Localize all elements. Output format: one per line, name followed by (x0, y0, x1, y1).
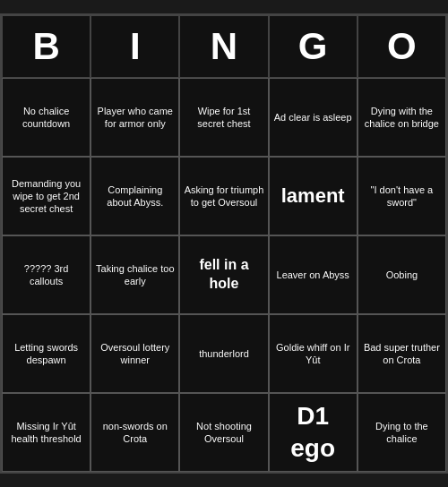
bingo-cell-16[interactable]: Oversoul lottery winner (90, 314, 179, 393)
bingo-cell-19[interactable]: Bad super truther on Crota (358, 314, 446, 393)
bingo-cell-18[interactable]: Goldie whiff on Ir Yût (269, 314, 358, 393)
bingo-cell-10[interactable]: ????? 3rd callouts (2, 235, 90, 314)
bingo-cell-6[interactable]: Complaining about Abyss. (90, 157, 179, 235)
letter-b: B (2, 15, 90, 78)
bingo-cell-13[interactable]: Leaver on Abyss (269, 235, 358, 314)
bingo-cell-3[interactable]: Ad clear is asleep (269, 78, 358, 157)
bingo-cell-21[interactable]: non-swords on Crota (90, 393, 179, 472)
bingo-cell-23[interactable]: D1 ego (269, 393, 358, 472)
bingo-cell-8[interactable]: lament (269, 157, 358, 235)
bingo-cell-17[interactable]: thunderlord (179, 314, 268, 393)
bingo-cell-2[interactable]: Wipe for 1st secret chest (179, 78, 268, 157)
bingo-cell-7[interactable]: Asking for triumph to get Oversoul (179, 157, 268, 235)
bingo-cell-20[interactable]: Missing Ir Yût health threshold (2, 393, 90, 472)
bingo-card: B I N G O No chalice countdownPlayer who… (0, 13, 448, 474)
letter-g: G (269, 15, 358, 78)
bingo-cell-22[interactable]: Not shooting Oversoul (179, 393, 268, 472)
bingo-cell-12[interactable]: fell in a hole (179, 235, 268, 314)
bingo-cell-4[interactable]: Dying with the chalice on bridge (358, 78, 446, 157)
letter-o: O (358, 15, 446, 78)
bingo-header: B I N G O (2, 15, 446, 78)
bingo-cell-24[interactable]: Dying to the chalice (358, 393, 446, 472)
bingo-cell-9[interactable]: "I don't have a sword" (358, 157, 446, 235)
bingo-cell-11[interactable]: Taking chalice too early (90, 235, 179, 314)
bingo-cell-15[interactable]: Letting swords despawn (2, 314, 90, 393)
bingo-cell-0[interactable]: No chalice countdown (2, 78, 90, 157)
letter-i: I (90, 15, 179, 78)
bingo-cell-14[interactable]: Oobing (358, 235, 446, 314)
letter-n: N (179, 15, 268, 78)
bingo-cell-1[interactable]: Player who came for armor only (90, 78, 179, 157)
bingo-cell-5[interactable]: Demanding you wipe to get 2nd secret che… (2, 157, 90, 235)
bingo-grid: No chalice countdownPlayer who came for … (2, 78, 446, 472)
